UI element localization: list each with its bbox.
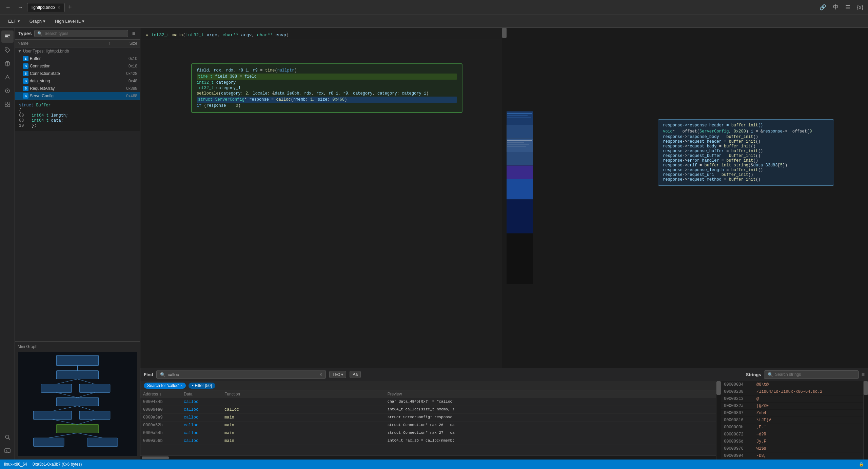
link-icon-button[interactable]: 🔗 (817, 3, 828, 12)
side-icons (0, 28, 15, 460)
list-item[interactable]: 00000976 w2$s (721, 445, 863, 452)
menu-elf[interactable]: ELF ▾ (4, 17, 24, 25)
components-icon-button[interactable] (1, 98, 14, 110)
svg-rect-1 (5, 36, 8, 37)
svg-rect-2 (5, 38, 9, 38)
svg-rect-16 (5, 449, 10, 453)
variables-button[interactable]: {x} (855, 3, 865, 12)
type-item-serverconfig[interactable]: S ServerConfig 0x468 (15, 92, 140, 100)
row-data-1: calloc (184, 400, 224, 404)
list-item[interactable]: 00000034 @8\t@ (721, 381, 863, 388)
types-table-header: Name ↑ Size (15, 40, 140, 47)
list-item[interactable]: 0000032a (@Z%0 (721, 403, 863, 410)
list-item[interactable]: 00000238 /lib64/ld-linux-x86-64.so.2 (721, 388, 863, 395)
symbols-icon-button[interactable] (1, 71, 14, 83)
type-size-datastring: 0x48 (117, 79, 137, 83)
tl-1: field, rcx, rdx, r8_1, r9 = time(nullptr… (197, 68, 457, 73)
table-row[interactable]: 00009ea0 calloc calloc int64_t calloc(si… (140, 406, 716, 414)
types-icon-button[interactable] (1, 30, 14, 43)
type-item-requestarray[interactable]: S RequestArray 0x388 (15, 85, 140, 92)
types-search-input[interactable] (44, 31, 125, 36)
filter-badge[interactable]: • Filter [50] (189, 383, 215, 389)
strings-search-box[interactable]: 🔍 (764, 370, 859, 379)
forward-button[interactable]: → (15, 3, 26, 12)
menu-hlil[interactable]: High Level IL ▾ (51, 17, 88, 25)
strings-menu-button[interactable]: ≡ (862, 371, 865, 378)
row-func-2: calloc (224, 407, 388, 412)
filter-dot-icon: • (192, 383, 193, 388)
results-h-scrollbar[interactable] (140, 455, 716, 460)
find-bar: Find 🔍 × Text ▾ Aa Strings 🔍 (140, 368, 868, 460)
find-tag[interactable]: Search for 'calloc' × (144, 383, 186, 389)
strings-label: Strings (746, 372, 761, 377)
graph-arrow: ▾ (43, 19, 45, 24)
group-chevron-icon: ▼ (18, 49, 22, 54)
list-item[interactable]: 00000994 -D8, (721, 452, 863, 460)
tab-lighttpd[interactable]: lighttpd.bndb × (27, 3, 65, 12)
status-lock-icon: 🔒 (859, 462, 864, 467)
search-icon-button[interactable] (1, 431, 14, 443)
svg-rect-25 (79, 411, 110, 420)
cjk-icon-button[interactable]: 中 (831, 2, 841, 12)
type-item-connection[interactable]: S Connection 0x18 (15, 62, 140, 70)
types-search-box[interactable]: 🔍 (34, 30, 128, 37)
types-panel-title: Types (18, 31, 32, 36)
results-header: Address ↓ Data Function Preview (140, 390, 716, 398)
list-item[interactable]: 00000816 \tJF)V (721, 417, 863, 424)
xrefs-icon-button[interactable] (1, 58, 14, 70)
str-val-1: @8\t@ (756, 382, 861, 387)
table-row[interactable]: 0000a54b calloc main struct Connection* … (140, 429, 716, 437)
left-panel: Types 🔍 ≡ Name ↑ Size ▼ User Types: ligh… (15, 28, 140, 460)
tags-icon-button[interactable] (1, 44, 14, 56)
col-size-header: Size (110, 41, 137, 46)
list-item[interactable]: 00000872 ~d?R (721, 431, 863, 438)
svg-rect-27 (33, 438, 64, 446)
toolbar-menu-button[interactable]: ☰ (843, 3, 852, 12)
tree-group-header[interactable]: ▼ User Types: lighttpd.bndb (15, 47, 140, 55)
find-input-box[interactable]: 🔍 × (156, 370, 326, 379)
code-scroll[interactable]: ≡ int32_t main(int32_t argc, char** argv… (140, 28, 502, 368)
list-item[interactable]: 0000003b ,E-` (721, 424, 863, 431)
mini-graph-canvas[interactable] (18, 352, 137, 457)
strings-search-input[interactable] (775, 372, 855, 377)
type-item-buffer[interactable]: S Buffer 0x10 (15, 55, 140, 62)
results-v-scrollbar[interactable] (716, 381, 721, 460)
find-tag-close-button[interactable]: × (180, 384, 182, 388)
console-icon-button[interactable] (1, 445, 14, 457)
find-tag-label: Search for 'calloc' (147, 383, 179, 388)
match-case-button[interactable]: Aa (350, 371, 361, 378)
back-button[interactable]: ← (3, 3, 14, 12)
find-type-select[interactable]: Text ▾ (329, 371, 346, 378)
type-size-connection: 0x18 (117, 64, 137, 68)
row-addr-6: 0000a56b (143, 439, 184, 443)
strings-v-scrollbar[interactable] (863, 381, 868, 460)
types-search-icon: 🔍 (37, 31, 42, 36)
struct-icon-connection: S (23, 63, 28, 69)
row-prev-6: int64_t rax_25 = calloc(nmemb: (388, 439, 713, 443)
new-tab-button[interactable]: + (66, 3, 74, 12)
list-item[interactable]: 00000807 Zmh4 (721, 410, 863, 417)
debug-icon-button[interactable] (1, 85, 14, 97)
row-data-3: calloc (184, 415, 224, 420)
types-menu-button[interactable]: ≡ (131, 30, 137, 37)
row-prev-3: struct ServerConfig* response (388, 415, 713, 420)
table-row[interactable]: 0000a3a9 calloc main struct ServerConfig… (140, 414, 716, 422)
menu-graph[interactable]: Graph ▾ (25, 17, 50, 25)
list-item[interactable]: 0000096d Jy.F (721, 438, 863, 445)
table-row[interactable]: 0000a56b calloc main int64_t rax_25 = ca… (140, 437, 716, 445)
svg-rect-21 (41, 384, 72, 392)
results-table[interactable]: Address ↓ Data Function Preview 0000484b… (140, 390, 716, 455)
code-scrollbar[interactable] (502, 28, 507, 368)
hlil-arrow: ▾ (82, 19, 84, 24)
find-clear-button[interactable]: × (319, 372, 322, 377)
type-size-requestarray: 0x388 (117, 86, 137, 91)
list-item[interactable]: 000002c3 @ (721, 395, 863, 403)
type-item-connectionstate[interactable]: S ConnectionState 0x428 (15, 70, 140, 77)
tl-2: time_t field_308 = field (197, 74, 457, 80)
type-item-datastring[interactable]: S data_string 0x48 (15, 77, 140, 85)
table-row[interactable]: 0000a52b calloc main struct Connection* … (140, 422, 716, 429)
find-input[interactable] (167, 372, 317, 377)
table-row[interactable]: 0000484b calloc char data_484b[0x7] = "c… (140, 398, 716, 406)
tab-close-button[interactable]: × (58, 5, 60, 10)
str-val-8: ~d?R (756, 432, 861, 437)
